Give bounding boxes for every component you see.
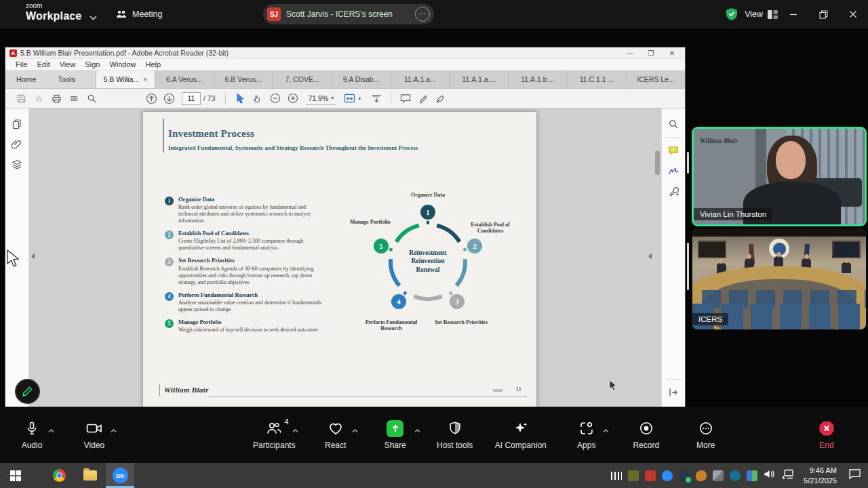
security-shield-icon[interactable] bbox=[726, 7, 738, 21]
chrome-taskbar-icon[interactable] bbox=[43, 463, 75, 488]
video-tile-speaker[interactable]: William Blair Vivian Lin Thurston bbox=[692, 127, 867, 226]
doc-tab[interactable]: 11.A.1.a... bbox=[390, 70, 449, 88]
fit-page-icon[interactable] bbox=[340, 91, 358, 106]
minimize-button[interactable] bbox=[778, 0, 808, 28]
acrobat-close-button[interactable]: ✕ bbox=[663, 49, 681, 57]
page-number-input[interactable]: 11 bbox=[182, 92, 201, 105]
previous-page-icon[interactable] bbox=[142, 91, 160, 106]
hand-tool-icon[interactable] bbox=[249, 91, 267, 106]
start-button[interactable] bbox=[0, 463, 31, 488]
doc-tab-active[interactable]: 5.B Willia...× bbox=[96, 70, 155, 88]
acrobat-minimize-button[interactable]: — bbox=[621, 49, 639, 57]
highlighter-icon[interactable] bbox=[414, 91, 432, 106]
audio-button[interactable]: Audio bbox=[12, 420, 52, 450]
tray-capture-icon[interactable] bbox=[645, 470, 656, 481]
collapse-right-panel-icon[interactable] bbox=[648, 253, 652, 259]
tab-tools[interactable]: Tools bbox=[47, 70, 86, 88]
vertical-scrollbar[interactable] bbox=[655, 150, 660, 175]
view-label[interactable]: View bbox=[745, 9, 763, 19]
next-page-icon[interactable] bbox=[160, 91, 178, 106]
notification-center-icon[interactable] bbox=[848, 468, 861, 483]
tab-home[interactable]: Home bbox=[5, 70, 47, 88]
file-explorer-taskbar-icon[interactable] bbox=[75, 463, 106, 488]
tray-network-icon[interactable] bbox=[781, 469, 793, 482]
ai-companion-button[interactable]: AI Companion bbox=[495, 420, 547, 450]
tab-meeting[interactable]: Meeting bbox=[111, 5, 167, 23]
apps-options-chevron[interactable] bbox=[603, 426, 609, 435]
zoom-taskbar-icon[interactable]: zm bbox=[106, 463, 134, 488]
email-icon[interactable]: ✉ bbox=[65, 91, 83, 106]
save-icon[interactable] bbox=[12, 91, 30, 106]
share-options-chevron[interactable] bbox=[414, 426, 420, 435]
audio-options-chevron[interactable] bbox=[48, 426, 54, 435]
doc-tab[interactable]: 6.A Verus... bbox=[155, 70, 214, 88]
video-panel-scrollbar[interactable] bbox=[687, 152, 689, 174]
menu-sign[interactable]: Sign bbox=[80, 60, 104, 68]
end-meeting-button[interactable]: End bbox=[807, 420, 846, 450]
star-icon[interactable]: ☆ bbox=[30, 91, 47, 106]
video-panel-scrollbar[interactable] bbox=[687, 243, 689, 290]
doc-tab[interactable]: 11.A.1.b ... bbox=[508, 70, 567, 88]
document-canvas[interactable]: Investment Process Integrated Fundamenta… bbox=[29, 108, 661, 407]
menu-view[interactable]: View bbox=[55, 60, 81, 68]
tray-mic-muted-icon[interactable] bbox=[713, 470, 724, 481]
search-icon[interactable] bbox=[662, 114, 685, 134]
export-panel-icon[interactable] bbox=[662, 382, 685, 403]
layers-icon[interactable] bbox=[5, 155, 28, 175]
view-layout-icon[interactable] bbox=[767, 9, 778, 20]
zoom-in-icon[interactable] bbox=[284, 91, 302, 106]
record-button[interactable]: Record bbox=[627, 420, 666, 450]
zoom-out-icon[interactable] bbox=[267, 91, 284, 106]
react-button[interactable]: React bbox=[316, 420, 355, 450]
host-tools-button[interactable]: Host tools bbox=[435, 420, 475, 450]
shared-screen-pill[interactable]: SJ Scott Jarvis - ICERS's screen ⋯ bbox=[263, 4, 434, 24]
react-options-chevron[interactable] bbox=[352, 426, 358, 435]
print-icon[interactable] bbox=[47, 91, 65, 106]
acrobat-restore-button[interactable]: ❐ bbox=[642, 49, 660, 57]
taskbar-clock[interactable]: 9:46 AM 5/21/2025 bbox=[804, 466, 837, 486]
apps-button[interactable]: Apps bbox=[567, 420, 606, 450]
comment-icon[interactable] bbox=[397, 91, 414, 106]
doc-tab[interactable]: ICERS Le... bbox=[626, 70, 685, 88]
doc-tab[interactable]: 6.B Verus... bbox=[214, 70, 273, 88]
share-button[interactable]: Share bbox=[376, 420, 415, 450]
select-tool-icon[interactable] bbox=[231, 91, 249, 106]
doc-tab[interactable]: 9.A Disab... bbox=[332, 70, 391, 88]
tray-orange-app-icon[interactable] bbox=[696, 470, 707, 481]
tray-defender-icon[interactable] bbox=[679, 470, 690, 481]
annotate-button[interactable] bbox=[15, 379, 40, 404]
doc-tab[interactable]: 11.A.1.a.... bbox=[449, 70, 508, 88]
tray-ndi-icon[interactable] bbox=[628, 470, 639, 481]
tray-volume-icon[interactable] bbox=[764, 469, 775, 482]
close-button[interactable] bbox=[838, 0, 868, 28]
tray-zoom-icon[interactable] bbox=[662, 470, 673, 481]
caret-down-icon[interactable]: ▾ bbox=[358, 96, 361, 102]
participants-button[interactable]: 4 Participants bbox=[253, 420, 296, 450]
find-icon[interactable] bbox=[83, 91, 100, 106]
more-tools-icon[interactable] bbox=[662, 181, 685, 201]
video-button[interactable]: Video bbox=[75, 420, 114, 450]
menu-window[interactable]: Window bbox=[104, 60, 140, 68]
zoom-level-select[interactable]: 71.9%▾ bbox=[306, 92, 337, 105]
more-button[interactable]: More bbox=[686, 420, 726, 450]
tray-display-app-icon[interactable] bbox=[747, 470, 757, 481]
fill-sign-tool-icon[interactable] bbox=[662, 161, 685, 181]
video-options-chevron[interactable] bbox=[111, 426, 117, 435]
close-tab-icon[interactable]: × bbox=[143, 70, 147, 88]
menu-help[interactable]: Help bbox=[141, 60, 166, 68]
video-tile-room[interactable]: ICERS bbox=[692, 228, 867, 330]
page-thumbnails-icon[interactable] bbox=[5, 114, 28, 134]
acrobat-title-bar[interactable]: A 5.B William Blair Presentation.pdf - A… bbox=[5, 47, 685, 59]
comments-tool-icon[interactable] bbox=[662, 140, 685, 161]
pill-more-icon[interactable]: ⋯ bbox=[415, 7, 430, 22]
restore-button[interactable] bbox=[808, 0, 838, 28]
chevron-down-icon[interactable] bbox=[90, 11, 97, 23]
collapse-left-panel-icon[interactable] bbox=[31, 253, 35, 259]
doc-tab[interactable]: 11.C.1.1 ... bbox=[567, 70, 626, 88]
doc-tab[interactable]: 7. COVE... bbox=[273, 70, 332, 88]
participants-options-chevron[interactable] bbox=[292, 426, 298, 435]
menu-file[interactable]: File bbox=[11, 60, 33, 68]
scrolling-mode-icon[interactable] bbox=[368, 91, 385, 106]
menu-edit[interactable]: Edit bbox=[33, 60, 55, 68]
tray-audio-levels-icon[interactable] bbox=[611, 472, 622, 480]
